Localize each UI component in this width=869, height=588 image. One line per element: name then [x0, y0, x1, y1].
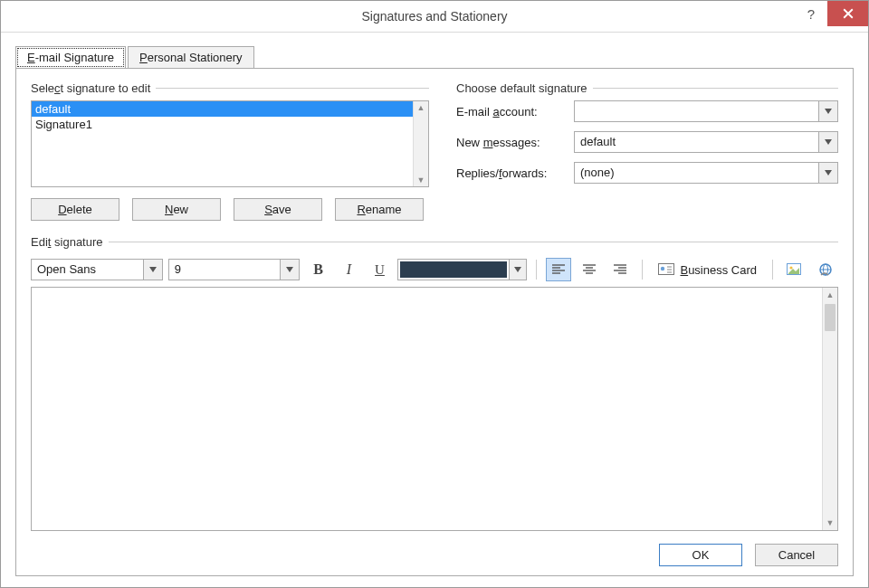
help-button[interactable]: ? — [795, 1, 827, 26]
chevron-down-icon[interactable] — [509, 260, 526, 280]
font-size-combo[interactable]: 9 — [168, 259, 301, 280]
list-item[interactable]: Signature1 — [32, 117, 413, 132]
editor-scrollbar[interactable]: ▲ ▼ — [822, 288, 837, 530]
font-color-picker[interactable] — [397, 259, 527, 280]
new-messages-combo[interactable]: default — [574, 131, 838, 153]
signature-editor[interactable] — [32, 288, 822, 530]
scroll-thumb[interactable] — [825, 304, 836, 331]
italic-button[interactable]: I — [336, 258, 361, 281]
upper-columns: Select signature to edit default Signatu… — [31, 81, 838, 221]
bold-button[interactable]: B — [305, 258, 330, 281]
close-icon — [843, 8, 854, 19]
window-controls: ? — [795, 1, 868, 32]
new-messages-label: New messages: — [456, 136, 574, 149]
chevron-down-icon[interactable] — [280, 260, 299, 280]
formatting-toolbar: Open Sans 9 B I U — [31, 258, 838, 281]
replies-forwards-label: Replies/forwards: — [456, 166, 574, 180]
insert-picture-button[interactable] — [782, 258, 807, 281]
font-combo[interactable]: Open Sans — [31, 259, 163, 280]
signature-buttons: Delete New Save Rename — [31, 198, 429, 221]
chevron-down-icon[interactable] — [818, 101, 837, 121]
replies-forwards-row: Replies/forwards: (none) — [456, 162, 838, 184]
new-button[interactable]: New — [132, 198, 221, 221]
font-color-swatch — [400, 261, 507, 278]
tabstrip: E-mail Signature Personal Stationery — [15, 45, 854, 68]
svg-point-18 — [789, 266, 792, 269]
listbox-scrollbar[interactable]: ▲ ▼ — [413, 101, 428, 186]
signature-listbox[interactable]: default Signature1 ▲ ▼ — [31, 100, 429, 187]
business-card-button[interactable]: Business Card — [652, 260, 763, 280]
edit-signature-label: Edit signature — [31, 235, 838, 249]
default-signature-section: Choose default signature E-mail account:… — [456, 81, 838, 221]
toolbar-separator — [772, 260, 773, 280]
align-center-icon — [582, 263, 597, 276]
dialog-title: Signatures and Stationery — [361, 9, 507, 24]
picture-icon — [787, 262, 803, 277]
replies-forwards-combo[interactable]: (none) — [574, 162, 838, 184]
select-signature-section: Select signature to edit default Signatu… — [31, 81, 429, 221]
email-account-value — [575, 101, 818, 121]
tab-email-signature[interactable]: E-mail Signature — [15, 46, 126, 69]
hyperlink-icon — [817, 262, 834, 277]
save-button[interactable]: Save — [234, 198, 322, 221]
business-card-icon — [658, 262, 674, 277]
replies-forwards-value: (none) — [575, 163, 818, 183]
signature-editor-wrap: ▲ ▼ — [31, 287, 838, 531]
email-account-combo[interactable] — [574, 100, 838, 122]
insert-hyperlink-button[interactable] — [813, 258, 838, 281]
align-right-icon — [613, 263, 627, 276]
font-value: Open Sans — [32, 260, 143, 280]
scroll-up-icon: ▲ — [417, 101, 425, 114]
underline-button[interactable]: U — [367, 258, 392, 281]
new-messages-value: default — [575, 132, 818, 152]
font-size-value: 9 — [169, 260, 281, 280]
select-signature-label: Select signature to edit — [31, 81, 429, 95]
dialog-window: Signatures and Stationery ? E-mail Signa… — [0, 0, 869, 588]
chevron-down-icon[interactable] — [143, 260, 162, 280]
align-center-button[interactable] — [577, 258, 602, 281]
tab-personal-stationery[interactable]: Personal Stationery — [128, 46, 253, 69]
align-left-button[interactable] — [546, 258, 571, 281]
toolbar-separator — [536, 260, 537, 280]
svg-point-13 — [661, 267, 664, 270]
dialog-body: E-mail Signature Personal Stationery Sel… — [1, 33, 868, 587]
italic-icon: I — [347, 261, 351, 278]
close-button[interactable] — [827, 1, 868, 26]
edit-signature-section: Edit signature Open Sans 9 B I U — [31, 235, 838, 531]
ok-button[interactable]: OK — [659, 544, 742, 566]
tab-panel: Select signature to edit default Signatu… — [15, 68, 854, 576]
email-account-label: E-mail account: — [456, 105, 574, 119]
scroll-down-icon: ▼ — [823, 516, 837, 530]
list-item[interactable]: default — [32, 101, 413, 117]
align-left-icon — [551, 263, 566, 276]
email-account-row: E-mail account: — [456, 100, 838, 122]
align-right-button[interactable] — [607, 258, 633, 281]
dialog-footer: OK Cancel — [31, 544, 838, 566]
chevron-down-icon[interactable] — [818, 163, 837, 183]
delete-button[interactable]: Delete — [31, 198, 119, 221]
rename-button[interactable]: Rename — [335, 198, 424, 221]
new-messages-row: New messages: default — [456, 131, 838, 153]
chevron-down-icon[interactable] — [818, 132, 837, 152]
titlebar: Signatures and Stationery ? — [1, 1, 868, 33]
scroll-down-icon: ▼ — [417, 174, 425, 186]
bold-icon: B — [313, 261, 323, 278]
scroll-up-icon: ▲ — [823, 288, 837, 302]
toolbar-separator — [642, 260, 643, 280]
underline-icon: U — [375, 262, 385, 278]
cancel-button[interactable]: Cancel — [755, 544, 838, 566]
default-signature-label: Choose default signature — [456, 81, 838, 95]
